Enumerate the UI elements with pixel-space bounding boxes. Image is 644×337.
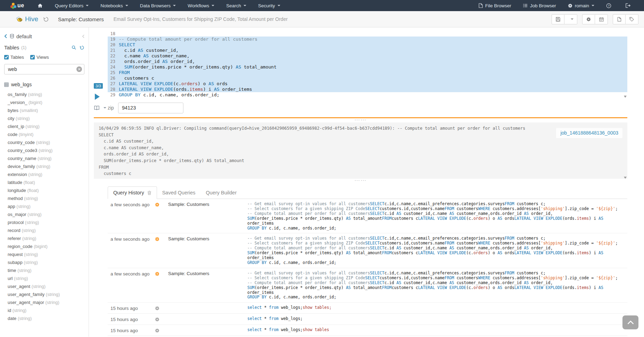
editor-line[interactable]: 18 — [108, 31, 627, 37]
history-row[interactable]: a few seconds agoSample: Customers-- Get… — [108, 199, 627, 233]
column-name: user_agent_major — [8, 300, 44, 305]
column-item[interactable]: longitude (float) — [4, 186, 84, 194]
filter-tables-checkbox[interactable]: Tables — [4, 55, 24, 60]
history-row[interactable]: 15 hours agoselect * from web_logs;show … — [108, 336, 627, 337]
column-item[interactable]: code (tinyint) — [4, 130, 84, 138]
column-item[interactable]: id (string) — [4, 306, 84, 314]
hue-logo[interactable]: ue — [0, 0, 31, 11]
query-history-icon[interactable] — [43, 16, 49, 22]
execute-button[interactable] — [95, 94, 100, 100]
snippet-menu-button[interactable] — [94, 105, 108, 110]
collapse-assist-icon[interactable] — [82, 34, 84, 38]
filter-views-checkbox[interactable]: Views — [30, 55, 49, 60]
column-item[interactable]: region_code (bigint) — [4, 242, 84, 250]
scroll-down-icon[interactable] — [624, 96, 627, 98]
job-link[interactable]: job_1461888648136_0003 — [560, 130, 618, 136]
save-button[interactable] — [552, 14, 564, 24]
column-item[interactable]: date (string) — [4, 314, 84, 322]
history-row[interactable]: 15 hours agoselect * from web_logs;show … — [108, 325, 627, 336]
editor-line[interactable]: 25FROM — [108, 70, 627, 75]
column-item[interactable]: _version_ (bigint) — [4, 98, 84, 106]
history-row[interactable]: 15 hours agoselect * from web_logs;show … — [108, 303, 627, 314]
hive-app[interactable]: Hive — [15, 15, 38, 23]
new-query-button[interactable] — [613, 14, 626, 24]
tables-checkbox[interactable] — [4, 55, 9, 59]
column-item[interactable]: user_agent_major (string) — [4, 298, 84, 306]
column-item[interactable]: os_major (string) — [4, 210, 84, 218]
column-item[interactable]: method (string) — [4, 194, 84, 202]
column-item[interactable]: country_code3 (string) — [4, 146, 84, 154]
scroll-down-icon[interactable] — [624, 177, 627, 179]
editor-line[interactable]: 19-- Compute total amount per order for … — [108, 37, 627, 42]
sql-editor[interactable]: 1819-- Compute total amount per order fo… — [108, 31, 627, 98]
clear-search-icon[interactable]: ✕ — [76, 66, 82, 72]
editor-line[interactable]: 29GROUP BY c.id, c.name, ords.order_id; — [108, 92, 627, 98]
column-item[interactable]: os_family (string) — [4, 90, 84, 98]
column-item[interactable]: app (string) — [4, 202, 84, 210]
editor-line[interactable]: 22 c.name AS customer_name, — [108, 53, 627, 59]
editor-scrollbar[interactable] — [623, 31, 627, 98]
column-item[interactable]: country_name (string) — [4, 154, 84, 162]
job-browser-button[interactable]: Job Browser — [517, 0, 562, 11]
column-item[interactable]: extension (string) — [4, 170, 84, 178]
editor-line[interactable]: 26 customers c — [108, 75, 627, 81]
nav-menu-search[interactable]: Search — [220, 0, 252, 11]
editor-line[interactable]: 20SELECT — [108, 42, 627, 48]
resize-grip-bottom[interactable]: ⋯⋯ — [94, 179, 627, 183]
help-button[interactable]: ? — [600, 0, 620, 11]
column-item[interactable]: protocol (string) — [4, 218, 84, 226]
refresh-tables-icon[interactable] — [80, 45, 84, 50]
database-name[interactable]: default — [16, 33, 32, 39]
log-scrollbar[interactable] — [623, 122, 627, 179]
editor-line[interactable]: 21 c.id AS customer_id, — [108, 48, 627, 53]
tab-query-builder[interactable]: Query Builder — [201, 186, 242, 199]
column-item[interactable]: bytes (smallint) — [4, 106, 84, 114]
column-item[interactable]: user_agent_family (string) — [4, 290, 84, 298]
table-search-input[interactable] — [4, 64, 84, 74]
tab-label: Query History — [113, 190, 144, 195]
column-item[interactable]: latitude (float) — [4, 178, 84, 186]
home-button[interactable] — [31, 0, 49, 11]
resize-grip-top[interactable]: ⋯⋯ — [94, 118, 627, 122]
editor-line[interactable]: 24 SUM(order_items.price * order_items.q… — [108, 64, 627, 70]
clear-history-icon[interactable] — [147, 191, 151, 195]
tags-button[interactable] — [626, 14, 638, 24]
user-menu[interactable]: romain — [562, 0, 600, 11]
table-item-web-logs[interactable]: web_logs — [4, 80, 84, 89]
column-item[interactable]: city (string) — [4, 114, 84, 122]
schedule-button[interactable] — [595, 14, 608, 24]
code-line — [119, 31, 627, 37]
column-item[interactable]: country_code (string) — [4, 138, 84, 146]
views-checkbox[interactable] — [30, 55, 35, 59]
nav-menu-query-editors[interactable]: Query Editors — [49, 0, 95, 11]
tab-query-history[interactable]: Query History — [108, 186, 157, 199]
nav-menu-notebooks[interactable]: Notebooks — [94, 0, 134, 11]
history-row[interactable]: a few seconds agoSample: Customers-- Get… — [108, 233, 627, 268]
column-item[interactable]: request (string) — [4, 250, 84, 258]
save-dropdown-button[interactable] — [564, 14, 577, 24]
column-item[interactable]: referer (string) — [4, 234, 84, 242]
back-button[interactable] — [4, 34, 7, 38]
editor-line[interactable]: 28LATERAL VIEW EXPLODE(ords.items) i AS … — [108, 87, 627, 92]
column-item[interactable]: client_ip (string) — [4, 122, 84, 130]
column-item[interactable]: record (string) — [4, 226, 84, 234]
settings-button[interactable] — [582, 14, 595, 24]
sign-out-button[interactable] — [620, 0, 639, 11]
scroll-to-top-button[interactable] — [622, 315, 638, 329]
column-item[interactable]: subapp (string) — [4, 258, 84, 266]
variable-zip-input[interactable] — [118, 103, 183, 113]
file-browser-button[interactable]: File Browser — [473, 0, 517, 11]
nav-menu-data-browsers[interactable]: Data Browsers — [134, 0, 182, 11]
editor-line[interactable]: 23 ords.order_id AS order_id, — [108, 59, 627, 64]
nav-menu-workflows[interactable]: Workflows — [182, 0, 220, 11]
history-row[interactable]: a few seconds agoSample: Customers-- Get… — [108, 268, 627, 303]
history-row[interactable]: 15 hours agoselect * from web_logs; — [108, 314, 627, 325]
column-item[interactable]: url (string) — [4, 274, 84, 282]
search-tables-icon[interactable] — [72, 45, 76, 50]
column-item[interactable]: user_agent (string) — [4, 282, 84, 290]
column-item[interactable]: device_family (string) — [4, 162, 84, 170]
tab-saved-queries[interactable]: Saved Queries — [157, 186, 201, 199]
editor-line[interactable]: 27LATERAL VIEW EXPLODE(c.orders) o AS or… — [108, 81, 627, 87]
column-item[interactable]: time (string) — [4, 266, 84, 274]
nav-menu-security[interactable]: Security — [252, 0, 286, 11]
